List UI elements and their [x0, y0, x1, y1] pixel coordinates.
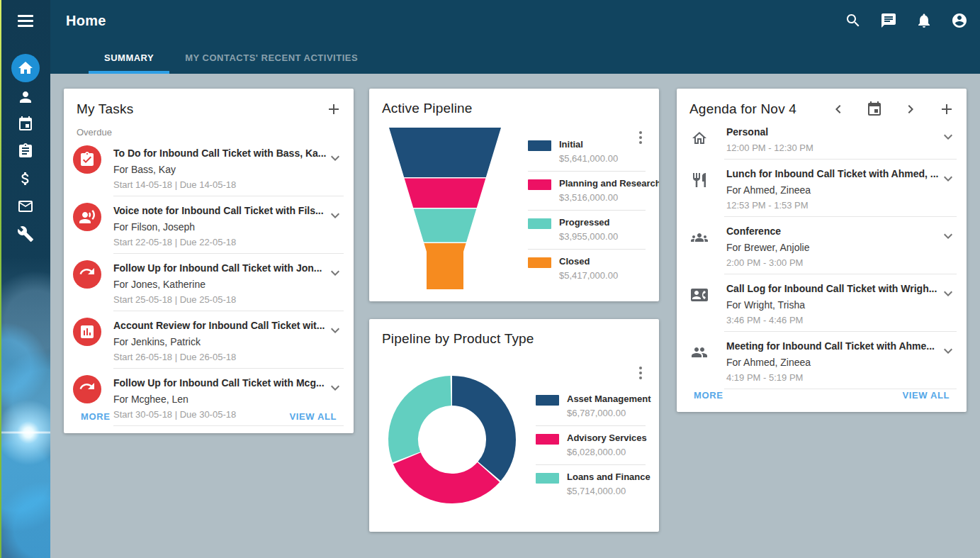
legend-item: Loans and Finance $5,714,000.00 [536, 465, 646, 503]
funnel-segment-progressed [383, 209, 507, 242]
legend-swatch [528, 140, 551, 151]
tab-summary[interactable]: SUMMARY [89, 41, 169, 74]
legend-label: Loans and Finance [567, 471, 650, 482]
funnel-segment-initial [383, 128, 507, 177]
tasks-card-title: My Tasks [77, 101, 133, 117]
event-title: Call Log for Inbound Call Ticket with Wr… [726, 283, 940, 294]
donut-slice-asset-management [403, 391, 501, 489]
legend-value: $6,028,000.00 [567, 447, 647, 457]
pipeline-by-product-card: Pipeline by Product Type Asset Managemen… [369, 319, 659, 532]
menu-icon [18, 15, 33, 27]
account-icon[interactable] [951, 12, 968, 29]
event-title: Conference [726, 225, 940, 237]
legend-swatch [536, 434, 559, 445]
sidebar-item-home[interactable] [11, 54, 40, 82]
hamburger-menu-icon[interactable] [11, 6, 40, 35]
sidebar-item-mail[interactable] [11, 192, 40, 221]
task-for: For Filson, Joseph [113, 221, 327, 233]
agenda-row[interactable]: Personal 12:00 PM - 12:30 PM [677, 118, 967, 160]
topbar: Home SUMMARY MY CONTACTS' RECENT ACTIVIT… [50, 0, 980, 74]
calendar-icon [17, 116, 34, 133]
legend-item: Initial $5,641,000.00 [528, 133, 646, 172]
tab-bar: SUMMARY MY CONTACTS' RECENT ACTIVITIES [50, 41, 980, 74]
agenda-row[interactable]: Conference For Brewer, Anjolie 2:00 PM -… [677, 217, 967, 274]
home-event-icon [691, 130, 708, 147]
calendar-icon [866, 101, 883, 118]
legend-label: Progressed [559, 217, 618, 228]
event-title: Lunch for Inbound Call Ticket with Ahmed… [726, 168, 940, 179]
agenda-card-title: Agenda for Nov 4 [689, 101, 796, 117]
legend-value: $3,955,000.00 [559, 231, 618, 242]
add-event-button[interactable] [938, 101, 955, 118]
legend-label: Initial [559, 139, 618, 150]
donut-slice-advisory-services [383, 371, 522, 509]
expand-chevron-icon[interactable] [327, 264, 344, 281]
legend-value: $3,516,000.00 [559, 192, 659, 203]
task-title: Follow Up for Inbound Call Ticket with J… [113, 262, 327, 274]
sidebar-item-tasks[interactable] [11, 137, 40, 165]
dollar-icon [17, 170, 34, 187]
expand-chevron-icon[interactable] [940, 342, 957, 359]
agenda-row[interactable]: Lunch for Inbound Call Ticket with Ahmed… [677, 160, 967, 217]
previous-day-button[interactable] [830, 101, 847, 118]
legend-item: Planning and Research $3,516,000.00 [528, 172, 646, 211]
more-button[interactable]: MORE [81, 411, 110, 422]
product-options-menu-icon[interactable] [635, 367, 646, 379]
legend-swatch [536, 473, 559, 484]
add-task-button[interactable] [325, 101, 342, 118]
wrench-icon [17, 225, 34, 242]
legend-label: Asset Management [567, 394, 650, 404]
product-card-title: Pipeline by Product Type [382, 331, 534, 347]
mail-icon [17, 198, 34, 215]
task-dates: Start 22-05-18 | Due 22-05-18 [113, 237, 327, 247]
task-title: To Do for Inbound Call Ticket with Bass,… [113, 147, 327, 159]
expand-chevron-icon[interactable] [940, 128, 957, 145]
funnel-segment-planning [383, 179, 507, 208]
search-icon[interactable] [845, 12, 862, 29]
next-day-button[interactable] [902, 101, 919, 118]
agenda-row[interactable]: Call Log for Inbound Call Ticket with Wr… [677, 274, 967, 332]
event-time: 3:46 PM - 4:46 PM [726, 315, 940, 325]
view-all-button[interactable]: VIEW ALL [290, 411, 337, 422]
dashboard: Home SUMMARY MY CONTACTS' RECENT ACTIVIT… [0, 0, 980, 558]
expand-chevron-icon[interactable] [327, 150, 344, 167]
sidebar-item-calendar[interactable] [11, 110, 40, 138]
task-dates: Start 26-05-18 | Due 26-05-18 [113, 352, 327, 362]
task-row[interactable]: To Do for Inbound Call Ticket with Bass,… [64, 139, 354, 196]
groups-icon [691, 229, 708, 246]
task-title: Account Review for Inbound Call Ticket w… [113, 320, 327, 331]
event-time: 12:00 PM - 12:30 PM [726, 143, 940, 153]
expand-chevron-icon[interactable] [327, 207, 344, 224]
expand-chevron-icon[interactable] [327, 379, 344, 396]
task-row[interactable]: Account Review for Inbound Call Ticket w… [64, 311, 354, 369]
task-row[interactable]: Voice note for Inbound Call Ticket with … [64, 196, 354, 254]
notifications-bell-icon[interactable] [916, 12, 933, 29]
chat-icon[interactable] [880, 12, 897, 29]
event-time: 2:00 PM - 3:00 PM [726, 257, 940, 268]
calendar-picker-button[interactable] [866, 101, 883, 118]
legend-value: $6,787,000.00 [567, 408, 650, 418]
event-title: Personal [726, 126, 940, 138]
plus-icon [325, 101, 342, 118]
expand-chevron-icon[interactable] [940, 285, 957, 302]
expand-chevron-icon[interactable] [940, 228, 957, 245]
page-title: Home [66, 13, 106, 29]
task-row[interactable]: Follow Up for Inbound Call Ticket with J… [64, 254, 354, 311]
legend-value: $5,641,000.00 [559, 153, 618, 164]
legend-item: Asset Management $6,787,000.00 [536, 387, 646, 426]
plus-icon [938, 101, 955, 118]
sidebar-item-contacts[interactable] [11, 83, 40, 111]
follow-up-icon [73, 260, 101, 289]
expand-chevron-icon[interactable] [327, 322, 344, 339]
more-button[interactable]: MORE [694, 390, 723, 401]
follow-up-icon [73, 375, 101, 403]
sidebar-item-deals[interactable] [11, 164, 40, 193]
view-all-button[interactable]: VIEW ALL [903, 390, 950, 401]
pipeline-legend: Initial $5,641,000.00 Planning and Resea… [528, 133, 646, 288]
task-dates: Start 14-05-18 | Due 14-05-18 [113, 179, 327, 190]
sidebar-item-settings[interactable] [11, 220, 40, 248]
tab-recent-activities[interactable]: MY CONTACTS' RECENT ACTIVITIES [169, 41, 373, 74]
expand-chevron-icon[interactable] [940, 170, 957, 187]
chevron-right-icon [902, 101, 919, 118]
legend-swatch [528, 257, 551, 268]
